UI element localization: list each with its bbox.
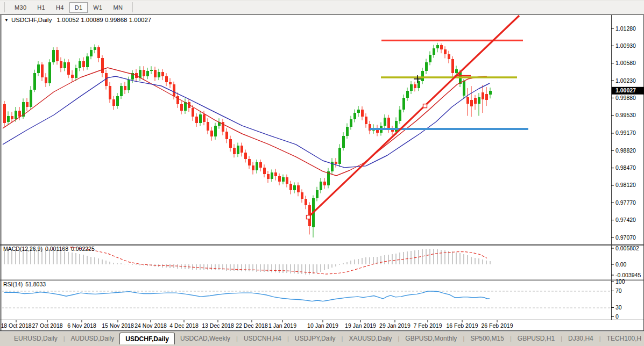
candle-body (229, 139, 232, 148)
tab-tech100-h[interactable]: TECH100,H (601, 332, 644, 344)
date-axis[interactable]: 18 Oct 201827 Oct 20186 Nov 201815 Nov 2… (1, 320, 513, 329)
candle-body (26, 102, 29, 107)
price-tick-label: 0.98120 (615, 182, 636, 188)
tab-usdchf-daily[interactable]: USDCHF,Daily (119, 333, 175, 344)
tab-gbpusd-h1[interactable]: GBPUSD,H1 (512, 332, 560, 344)
macd-axis: 0.0058020.00-0.003945 (611, 245, 641, 278)
candlestick-series (3, 43, 492, 237)
candle-body (320, 182, 322, 191)
chart-canvas[interactable]: 1.012801.009301.005801.002300.998800.995… (0, 15, 644, 331)
price-tick-label: 0.97420 (615, 217, 636, 223)
trendline-anchor[interactable] (423, 104, 427, 108)
candle-body (338, 148, 341, 164)
candle-body (207, 122, 209, 131)
candle-body (146, 71, 149, 76)
trendline-anchor[interactable] (307, 215, 310, 219)
candle-body (489, 91, 492, 95)
quote-ohlc: 1.00052 1.00089 0.99868 1.00027 (56, 17, 151, 23)
trendline[interactable] (308, 16, 519, 217)
tab-xauusd-daily[interactable]: XAUUSD,Daily (343, 332, 397, 344)
candle-body (252, 165, 254, 170)
price-tick-label: 0.99170 (615, 129, 636, 136)
candle-body (124, 86, 126, 90)
candle-body (259, 162, 262, 167)
candle-body (240, 146, 243, 153)
tab-dj30-h4[interactable]: DJ30,H4 (563, 332, 599, 344)
price-tick-label: 1.00930 (615, 42, 636, 49)
candle-body (297, 185, 300, 192)
date-tick-label: 4 Dec 2018 (169, 322, 199, 329)
candle-body (48, 62, 51, 83)
candle-body (56, 50, 59, 61)
candle-body (210, 131, 213, 136)
date-tick-label: 7 Feb 2019 (413, 322, 442, 329)
date-tick-label: 6 Nov 2018 (67, 322, 96, 329)
tab-audusd-daily[interactable]: AUDUSD,Daily (66, 332, 120, 344)
candle-body (237, 146, 239, 154)
candle-body (357, 110, 360, 113)
date-tick-label: 1 Jan 2019 (268, 322, 296, 329)
tab-usdcnh-h4[interactable]: USDCNH,H4 (238, 332, 287, 344)
candle-body (365, 117, 367, 124)
candle-body (180, 104, 183, 111)
candle-body (71, 75, 74, 78)
candle-body (60, 61, 62, 68)
candle-body (79, 61, 81, 68)
candle-body (101, 58, 104, 73)
candle-body (30, 90, 32, 107)
candle-body (154, 70, 157, 77)
candle-body (440, 45, 443, 49)
date-tick-label: 15 Nov 2018 (102, 322, 134, 329)
candle-body (282, 177, 285, 181)
candle-body (406, 91, 409, 98)
candle-body (165, 76, 168, 82)
timeframe-button-w1[interactable]: W1 (88, 2, 108, 13)
price-tick-label: 0.99880 (615, 95, 636, 101)
candle-body (485, 94, 488, 100)
candle-body (41, 64, 44, 77)
candle-body (233, 148, 236, 154)
date-tick-label: 27 Oct 2018 (32, 322, 62, 329)
timeframe-button-d1[interactable]: D1 (69, 2, 88, 13)
timeframe-button-h4[interactable]: H4 (51, 2, 69, 13)
date-tick-label: 16 Feb 2019 (447, 322, 478, 329)
candle-body (199, 114, 202, 123)
candle-body (94, 47, 96, 50)
timeframe-button-mn[interactable]: MN (108, 2, 128, 13)
date-tick-label: 13 Dec 2018 (202, 322, 234, 329)
candle-body (11, 116, 13, 119)
toolbar-grip (4, 2, 5, 12)
candle-body (263, 168, 266, 174)
candle-body (474, 98, 477, 104)
tab-eurusd-daily[interactable]: EURUSD,Daily (9, 332, 63, 344)
price-tick-label: 0.98470 (615, 164, 636, 171)
candle-body (63, 62, 66, 68)
candle-body (109, 86, 111, 99)
candle-body (128, 80, 130, 90)
rsi-axis-label: 0 (615, 313, 619, 320)
candle-body (361, 110, 364, 117)
symbol-tabs: EURUSD,Daily|AUDUSD,DailyUSDCHF,DailyUSD… (9, 332, 644, 344)
chart-header: ▼USDCHF,Daily1.00052 1.00089 0.99868 1.0… (3, 17, 151, 287)
rsi-value: 51.8033 (25, 281, 46, 287)
candle-body (75, 68, 77, 78)
symbol-dropdown-icon[interactable]: ▼ (4, 18, 9, 23)
candle-body (120, 86, 123, 96)
candle-body (429, 55, 431, 62)
price-tick-label: 1.00580 (615, 60, 636, 66)
macd-signal-line (70, 247, 487, 274)
timeframe-button-h1[interactable]: H1 (32, 2, 51, 13)
candle-body (267, 174, 270, 179)
tab-usdjpy-daily[interactable]: USDJPY,Daily (289, 332, 341, 344)
candle-body (335, 162, 337, 164)
candle-body (350, 119, 352, 127)
tab-usdcad-weekly[interactable]: USDCAD,Weekly (175, 332, 236, 344)
tab-gbpusd-monthly[interactable]: GBPUSD,Monthly (400, 332, 462, 344)
price-axis[interactable]: 1.012801.009301.005801.002300.998800.995… (611, 25, 644, 241)
candle-body (353, 113, 356, 119)
date-tick-label: 10 Jan 2019 (307, 322, 338, 329)
macd-axis-label: -0.003945 (615, 272, 641, 278)
candle-body (158, 72, 160, 77)
timeframe-button-m30[interactable]: M30 (9, 2, 32, 13)
tab-sp500-m15[interactable]: SP500,M15 (465, 332, 509, 344)
